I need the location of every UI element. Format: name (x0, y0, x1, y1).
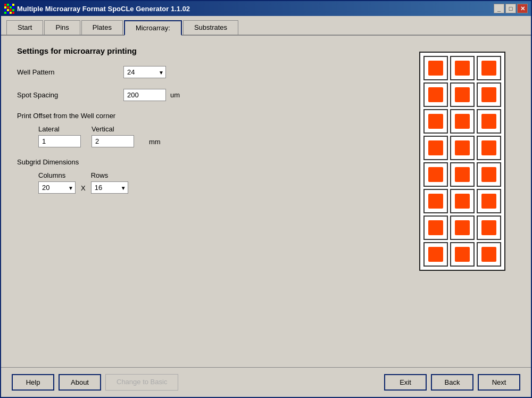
form-section: Settings for microarray printing Well Pa… (17, 46, 403, 356)
offset-inputs: Lateral Vertical mm (17, 125, 403, 147)
window-body: Start Pins Plates Microarray: Substrates… (1, 16, 531, 397)
close-button[interactable]: ✕ (517, 4, 528, 13)
section-title: Settings for microarray printing (17, 46, 403, 55)
tab-plates[interactable]: Plates (81, 20, 123, 35)
spot-spacing-unit: um (170, 91, 180, 99)
preview-cell (477, 136, 501, 160)
preview-dot (428, 61, 443, 76)
rows-select-wrapper: 1 2 4 8 16 32 ▼ (91, 181, 128, 194)
preview-dot (455, 220, 470, 235)
preview-cell (450, 82, 475, 107)
title-bar-left: Multiple Microarray Format SpoCLe Genera… (4, 4, 190, 13)
preview-dot (481, 61, 496, 76)
preview-cell (423, 215, 448, 240)
preview-cell (423, 136, 448, 160)
preview-cell (450, 109, 475, 134)
well-pattern-label: Well Pattern (17, 68, 123, 76)
subgrid-group: Subgrid Dimensions Columns 1 2 4 5 10 (17, 158, 403, 194)
lateral-label: Lateral (38, 125, 81, 133)
tab-microarray[interactable]: Microarray: (124, 20, 182, 36)
rows-select[interactable]: 1 2 4 8 16 32 (91, 181, 128, 194)
preview-cell (423, 56, 448, 80)
preview-dot (455, 114, 470, 129)
tab-substrates[interactable]: Substrates (183, 20, 238, 35)
vertical-input[interactable] (92, 135, 134, 147)
well-pattern-row: Well Pattern 6 12 24 48 96 384 ▼ (17, 66, 403, 78)
preview-cell (477, 215, 501, 240)
columns-select-wrapper: 1 2 4 5 10 20 40 ▼ (38, 181, 76, 194)
exit-button[interactable]: Exit (384, 374, 427, 391)
footer: Help About Change to Basic Exit Back Nex… (1, 367, 531, 397)
preview-cell (423, 242, 448, 267)
preview-dot (455, 194, 470, 209)
preview-cell (450, 189, 475, 213)
offset-unit: mm (149, 138, 161, 146)
preview-dot (481, 114, 496, 129)
minimize-button[interactable]: _ (494, 4, 504, 13)
footer-right: Exit Back Next (384, 374, 520, 391)
main-window: Multiple Microarray Format SpoCLe Genera… (0, 0, 532, 398)
title-bar: Multiple Microarray Format SpoCLe Genera… (1, 1, 531, 16)
preview-dot (481, 220, 496, 235)
tab-pins[interactable]: Pins (44, 20, 80, 35)
preview-dot (481, 167, 496, 182)
preview-cell (450, 162, 475, 187)
spot-spacing-label: Spot Spacing (17, 91, 123, 99)
columns-label: Columns (38, 171, 76, 179)
spot-spacing-input[interactable] (123, 89, 166, 101)
preview-cell (477, 189, 501, 213)
preview-cell (477, 56, 501, 80)
lateral-col: Lateral (38, 125, 81, 147)
content-area: Settings for microarray printing Well Pa… (1, 36, 531, 367)
app-icon (4, 4, 14, 13)
preview-cell (450, 56, 475, 80)
columns-select[interactable]: 1 2 4 5 10 20 40 (38, 181, 76, 194)
preview-cell (477, 109, 501, 134)
tab-start[interactable]: Start (6, 20, 43, 35)
x-separator: X (81, 184, 86, 192)
preview-dot (481, 87, 496, 102)
preview-dot (455, 87, 470, 102)
preview-dot (455, 140, 470, 155)
preview-cell (477, 82, 501, 107)
vertical-col: Vertical (92, 125, 134, 147)
preview-dot (455, 61, 470, 76)
help-button[interactable]: Help (12, 374, 54, 391)
next-button[interactable]: Next (478, 374, 520, 391)
preview-cell (477, 162, 501, 187)
back-button[interactable]: Back (431, 374, 473, 391)
preview-grid (423, 56, 501, 267)
preview-grid-wrapper (419, 52, 505, 271)
preview-cell (477, 242, 501, 267)
lateral-input[interactable] (38, 135, 81, 147)
preview-dot (428, 220, 443, 235)
preview-cell (423, 162, 448, 187)
subgrid-label: Subgrid Dimensions (17, 158, 403, 166)
preview-dot (428, 140, 443, 155)
maximize-button[interactable]: □ (505, 4, 516, 13)
window-title: Multiple Microarray Format SpoCLe Genera… (17, 5, 190, 13)
rows-label: Rows (91, 171, 128, 179)
change-to-basic-button: Change to Basic (105, 374, 178, 391)
preview-cell (423, 82, 448, 107)
tab-bar: Start Pins Plates Microarray: Substrates (1, 16, 531, 36)
about-button[interactable]: About (59, 374, 101, 391)
preview-dot (428, 247, 443, 262)
preview-dot (481, 140, 496, 155)
preview-cell (450, 215, 475, 240)
preview-dot (481, 194, 496, 209)
preview-dot (428, 87, 443, 102)
preview-area (419, 46, 515, 356)
preview-cell (450, 242, 475, 267)
columns-col: Columns 1 2 4 5 10 20 40 (38, 171, 76, 194)
print-offset-group: Print Offset from the Well corner Latera… (17, 112, 403, 147)
well-pattern-select-wrapper: 6 12 24 48 96 384 ▼ (123, 66, 166, 78)
well-pattern-select[interactable]: 6 12 24 48 96 384 (123, 66, 166, 78)
spot-spacing-row: Spot Spacing um (17, 89, 403, 101)
preview-cell (423, 109, 448, 134)
preview-dot (455, 167, 470, 182)
preview-dot (428, 194, 443, 209)
preview-cell (423, 189, 448, 213)
footer-left: Help About Change to Basic (12, 374, 178, 391)
subgrid-inputs: Columns 1 2 4 5 10 20 40 (17, 171, 403, 194)
